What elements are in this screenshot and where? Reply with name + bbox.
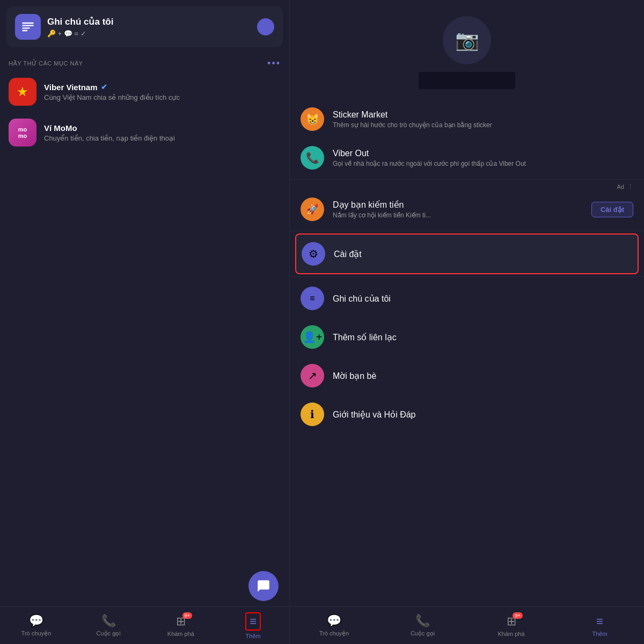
add-contact-content: Thêm số liên lạc (333, 332, 633, 342)
invite-friends-item[interactable]: ↗ Mời bạn bè (290, 356, 644, 395)
nav-kham-pha-right[interactable]: ⊞ 9+ Khám phá (467, 611, 555, 640)
header-dot (257, 18, 274, 35)
right-bottom-nav: 💬 Trò chuyện 📞 Cuộc gọi ⊞ 9+ Khám phá ≡ … (290, 606, 644, 644)
intro-faq-icon: ℹ (301, 402, 324, 426)
divider-ad (290, 179, 644, 180)
sticker-market-title: Sticker Market (333, 110, 633, 120)
settings-content: Cài đặt (334, 249, 632, 259)
settings-item[interactable]: ⚙ Cài đặt (295, 233, 639, 274)
viber-vn-name: Viber Vietnam ✔ (44, 83, 180, 92)
profile-avatar[interactable]: 📷 (443, 16, 491, 64)
phone-icon-left: 📞 (101, 614, 116, 628)
intro-faq-item[interactable]: ℹ Giới thiệu và Hỏi Đáp (290, 395, 644, 434)
chat-icon-left: 💬 (29, 614, 43, 628)
explore-badge-right: 9+ (513, 612, 522, 619)
nav-tro-chuyen-right[interactable]: 💬 Trò chuyện (290, 611, 378, 640)
invite-friends-content: Mời bạn bè (333, 371, 633, 381)
invite-friends-title: Mời bạn bè (333, 371, 633, 381)
nav-label-cuoc-goi-right: Cuộc gọi (411, 630, 435, 637)
notes-title: Ghi chú của tôi (47, 16, 251, 27)
more-dots-icon[interactable]: ••• (267, 58, 281, 69)
intro-faq-title: Giới thiệu và Hỏi Đáp (333, 409, 633, 420)
intro-faq-content: Giới thiệu và Hỏi Đáp (333, 409, 633, 420)
my-notes-card[interactable]: Ghi chú của tôi 🔑 + 💬 = ✓ (6, 6, 283, 47)
flag-star: ★ (17, 84, 28, 99)
nav-kham-pha-left[interactable]: ⊞ 9+ Khám phá (145, 611, 217, 640)
profile-name-bar (419, 72, 515, 89)
momo-name: Ví MoMo (44, 123, 175, 133)
viber-vn-desc: Cùng Việt Nam chia sẻ những điều tích cự… (44, 93, 180, 101)
momo-item[interactable]: momo Ví MoMo Chuyển tiền, chia tiền, nạp… (0, 112, 289, 153)
momo-text: Ví MoMo Chuyển tiền, chia tiền, nạp tiền… (44, 123, 175, 142)
invite-friends-icon: ↗ (301, 364, 324, 387)
nav-label-kham-pha-left: Khám phá (167, 631, 194, 637)
viber-out-desc: Gọi về nhà hoặc ra nước ngoài với cước p… (333, 160, 633, 167)
divider-notes (290, 276, 644, 277)
more-icon-right: ≡ (596, 614, 603, 628)
nav-them-right[interactable]: ≡ Thêm (555, 611, 644, 640)
settings-icon: ⚙ (302, 242, 325, 266)
ad-icon: 🚀 (301, 197, 324, 221)
my-notes-menu-title: Ghi chú của tôi (333, 294, 633, 304)
viber-out-title: Viber Out (333, 149, 633, 158)
nav-them-left[interactable]: ≡ Thêm (217, 609, 289, 642)
my-notes-menu-content: Ghi chú của tôi (333, 294, 633, 304)
fab-button[interactable] (248, 571, 279, 601)
add-contact-title: Thêm số liên lạc (333, 332, 633, 342)
more-icon-left: ≡ (250, 614, 257, 628)
sticker-market-desc: Thêm sự hài hước cho trò chuyện của bạn … (333, 121, 633, 129)
notes-header-text: Ghi chú của tôi 🔑 + 💬 = ✓ (47, 16, 251, 38)
sticker-market-content: Sticker Market Thêm sự hài hước cho trò … (333, 110, 633, 129)
camera-icon: 📷 (455, 29, 479, 52)
nav-label-kham-pha-right: Khám phá (497, 631, 524, 637)
nav-label-them-left: Thêm (246, 633, 261, 639)
add-contact-item[interactable]: 👤+ Thêm số liên lạc (290, 318, 644, 356)
nav-label-tro-chuyen-right: Trò chuyện (319, 630, 349, 637)
left-bottom-nav: 💬 Trò chuyện 📞 Cuộc gọi ⊞ 9+ Khám phá ≡ … (0, 606, 289, 644)
viber-vietnam-item[interactable]: ★ Viber Vietnam ✔ Cùng Việt Nam chia sẻ … (0, 71, 289, 112)
ad-row: Ad ⋮ (290, 182, 644, 190)
momo-desc: Chuyển tiền, chia tiền, nạp tiền điện th… (44, 134, 175, 142)
nav-label-them-right: Thêm (592, 631, 607, 637)
viber-out-content: Viber Out Gọi về nhà hoặc ra nước ngoài … (333, 149, 633, 167)
nav-label-tro-chuyen-left: Trò chuyện (21, 630, 52, 637)
ad-desc: Nắm lấy cơ hội kiếm tiền Kiếm ti... (333, 211, 574, 219)
viber-vn-text: Viber Vietnam ✔ Cùng Việt Nam chia sẻ nh… (44, 83, 180, 101)
settings-title: Cài đặt (334, 249, 632, 259)
divider-settings (290, 231, 644, 231)
notes-icon (15, 14, 41, 40)
nav-cuoc-goi-right[interactable]: 📞 Cuộc gọi (378, 611, 467, 640)
ad-install-button[interactable]: Cài đặt (591, 202, 633, 217)
ad-title: Dạy bạn kiếm tiền (333, 200, 574, 210)
ad-content: Dạy bạn kiếm tiền Nắm lấy cơ hội kiếm ti… (333, 200, 574, 219)
right-panel: 📷 😸 Sticker Market Thêm sự hài hước cho … (290, 0, 644, 644)
my-notes-menu-item[interactable]: ≡ Ghi chú của tôi (290, 279, 644, 318)
momo-icon: momo (9, 119, 36, 147)
my-notes-menu-icon: ≡ (301, 287, 324, 310)
add-contact-icon: 👤+ (301, 325, 324, 349)
nav-cuoc-goi-left[interactable]: 📞 Cuộc gọi (72, 611, 145, 640)
menu-list: 😸 Sticker Market Thêm sự hài hước cho tr… (290, 94, 644, 644)
left-panel: Ghi chú của tôi 🔑 + 💬 = ✓ HÃY THỬ CÁC MỤ… (0, 0, 290, 644)
viber-vn-icon: ★ (9, 78, 36, 106)
nav-tro-chuyen-left[interactable]: 💬 Trò chuyện (0, 611, 72, 640)
sticker-market-icon: 😸 (301, 107, 324, 131)
ad-container: Ad ⋮ 🚀 Dạy bạn kiếm tiền Nắm lấy cơ hội … (290, 182, 644, 229)
ad-dots-icon[interactable]: ⋮ (627, 183, 633, 190)
phone-icon-right: 📞 (415, 614, 430, 628)
chat-icon-right: 💬 (327, 614, 341, 628)
notes-subtitle: 🔑 + 💬 = ✓ (47, 30, 251, 38)
explore-badge-left: 9+ (182, 612, 192, 619)
nav-label-cuoc-goi-left: Cuộc gọi (97, 630, 121, 637)
verified-badge: ✔ (101, 83, 107, 91)
viber-out-icon: 📞 (301, 146, 324, 170)
viber-out-item[interactable]: 📞 Viber Out Gọi về nhà hoặc ra nước ngoà… (290, 138, 644, 177)
ad-item[interactable]: 🚀 Dạy bạn kiếm tiền Nắm lấy cơ hội kiếm … (290, 190, 644, 229)
sticker-market-item[interactable]: 😸 Sticker Market Thêm sự hài hước cho tr… (290, 100, 644, 138)
ad-label: Ad (617, 184, 624, 190)
section-label: HÃY THỬ CÁC MỤC NÀY ••• (0, 54, 289, 71)
profile-section: 📷 (290, 0, 644, 94)
